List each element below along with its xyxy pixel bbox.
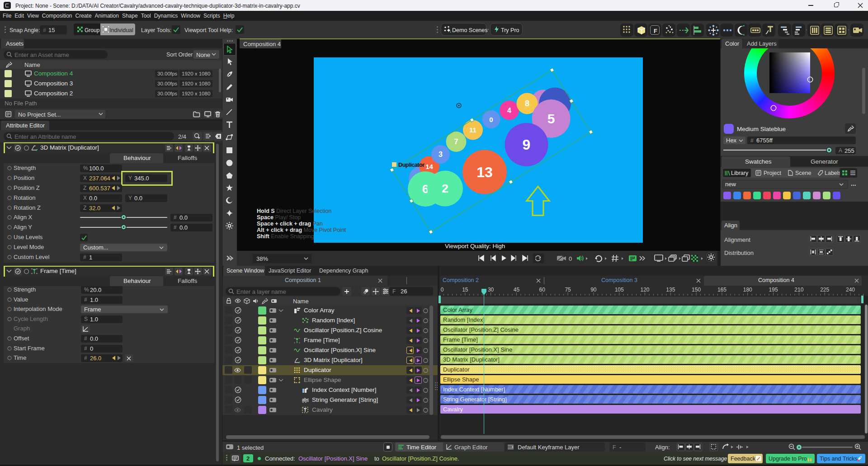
svg-text:165: 165 xyxy=(717,287,726,293)
svg-text:8: 8 xyxy=(525,99,529,108)
svg-text:135: 135 xyxy=(666,287,675,293)
svg-text:210: 210 xyxy=(794,287,803,293)
svg-text:15: 15 xyxy=(462,287,468,293)
svg-text:60: 60 xyxy=(539,287,546,293)
svg-text:240: 240 xyxy=(846,287,855,293)
svg-text:11: 11 xyxy=(469,126,476,134)
svg-text:75: 75 xyxy=(565,287,571,293)
svg-text:9: 9 xyxy=(523,137,531,153)
svg-text:90: 90 xyxy=(590,287,597,293)
svg-text:Duplicator: Duplicator xyxy=(398,162,425,168)
svg-text:14: 14 xyxy=(425,163,433,170)
svg-text:180: 180 xyxy=(743,287,752,293)
svg-text:30: 30 xyxy=(488,287,494,293)
svg-text:13: 13 xyxy=(476,164,493,180)
svg-text:abc: abc xyxy=(302,397,309,402)
svg-text:0: 0 xyxy=(489,116,493,123)
svg-text:225: 225 xyxy=(820,287,829,293)
svg-text:3: 3 xyxy=(439,151,443,158)
svg-text:0: 0 xyxy=(441,287,444,293)
svg-text:150: 150 xyxy=(692,287,701,293)
svg-text:4: 4 xyxy=(507,107,511,114)
svg-text:120: 120 xyxy=(640,287,649,293)
svg-text:7: 7 xyxy=(454,137,458,146)
svg-text:195: 195 xyxy=(769,287,778,293)
svg-text:2: 2 xyxy=(442,182,448,195)
svg-text:105: 105 xyxy=(615,287,624,293)
svg-text:5: 5 xyxy=(547,111,555,126)
svg-text:45: 45 xyxy=(514,287,520,293)
svg-text:F: F xyxy=(654,28,657,34)
